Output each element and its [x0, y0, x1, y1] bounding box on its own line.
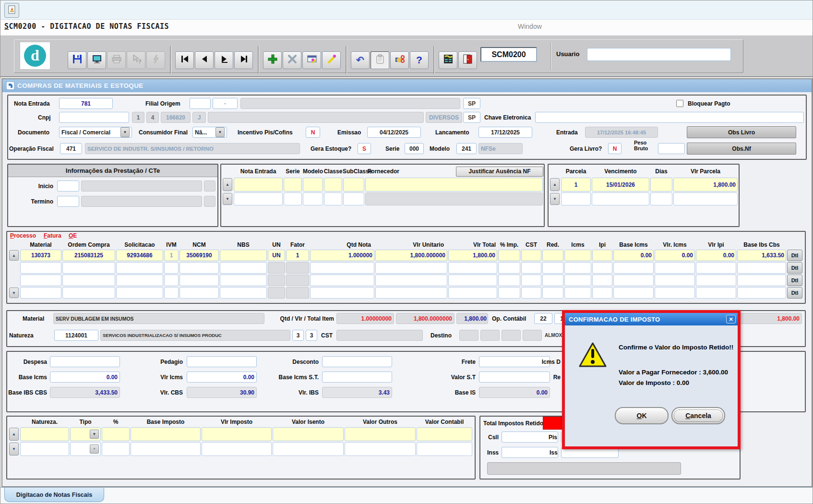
fator-cell[interactable]: 1: [286, 250, 309, 261]
base-ibs-cbs-cell[interactable]: [737, 275, 786, 286]
vlr-ipi-cell[interactable]: [696, 275, 736, 286]
solicitacao-cell[interactable]: [116, 275, 163, 286]
peso-bruto-field[interactable]: [658, 143, 685, 154]
help-cursor-button[interactable]: ?: [127, 51, 145, 69]
base-imposto-cell[interactable]: [131, 427, 201, 441]
nf-scroll-up[interactable]: ▲: [223, 178, 232, 191]
keys-button[interactable]: [390, 51, 409, 69]
grid-edit-button[interactable]: [302, 51, 321, 69]
vlr-ipi-cell[interactable]: 0.00: [696, 250, 736, 261]
nf-row-cell[interactable]: [284, 192, 302, 205]
dtl-button[interactable]: Dtl: [787, 287, 802, 299]
perc-imp-cell[interactable]: [498, 250, 520, 261]
nbs-cell[interactable]: [220, 262, 267, 274]
vlr-total-cell[interactable]: 1,800.00: [448, 250, 497, 261]
ordem-compra-cell[interactable]: [62, 262, 115, 274]
nf-row-cell[interactable]: [303, 192, 323, 205]
qtd-nota-cell[interactable]: [310, 287, 374, 299]
valor-st-field[interactable]: [479, 372, 550, 383]
base-icms-cell[interactable]: [613, 275, 654, 286]
qtd-nota-cell[interactable]: [310, 275, 374, 286]
nbs-cell[interactable]: [220, 250, 267, 261]
pct-cell[interactable]: [102, 427, 130, 441]
solicitacao-cell[interactable]: 92934686: [116, 250, 163, 261]
nota-entrada-field[interactable]: 781: [59, 98, 113, 109]
solicitacao-cell[interactable]: [116, 287, 163, 299]
nf-row-cell[interactable]: [324, 178, 342, 192]
base-ibs-cbs-cell[interactable]: 1,633.50: [737, 250, 786, 261]
tab-oe[interactable]: OE: [69, 232, 77, 239]
valor-contabil-cell[interactable]: [417, 442, 472, 456]
desconto-field[interactable]: [322, 356, 392, 367]
chevron-down-icon[interactable]: ▼: [90, 444, 99, 454]
grid-scroll-up[interactable]: ▲: [9, 250, 19, 261]
menu-button[interactable]: [439, 51, 457, 69]
icms-cell[interactable]: [564, 250, 591, 261]
cst-cell[interactable]: [521, 262, 541, 274]
tipo-cell[interactable]: ▼: [70, 442, 101, 456]
base-icms-st-field[interactable]: [322, 372, 392, 383]
ordem-compra-cell[interactable]: [62, 287, 115, 299]
lightning-button[interactable]: [146, 51, 165, 69]
natureza-cell[interactable]: [20, 427, 69, 441]
op-contabil-1-field[interactable]: 22: [534, 313, 552, 324]
filial-origem-field1[interactable]: [190, 98, 211, 109]
ordem-compra-cell[interactable]: [62, 275, 115, 286]
chevron-down-icon[interactable]: ▼: [90, 430, 99, 439]
perc-imp-cell[interactable]: [498, 262, 520, 274]
tipo-cell[interactable]: ▼: [70, 427, 101, 441]
dtl-button[interactable]: Dtl: [787, 262, 802, 274]
nf-row-cell[interactable]: [343, 178, 364, 192]
dtl-button[interactable]: Dtl: [787, 250, 802, 261]
pedagio-field[interactable]: [187, 356, 257, 367]
nf-row-cell[interactable]: [284, 178, 302, 192]
emissao-field[interactable]: 04/12/2025: [367, 127, 421, 138]
obs-nf-button[interactable]: Obs.Nf: [687, 143, 796, 155]
screen-button[interactable]: [87, 51, 106, 69]
ipi-cell[interactable]: [592, 262, 612, 274]
material-cell[interactable]: 130373: [20, 250, 61, 261]
cst-cell[interactable]: [521, 275, 541, 286]
qtd-nota-cell[interactable]: [310, 262, 374, 274]
vlr-icms-cell[interactable]: [655, 262, 695, 274]
lancamento-field[interactable]: 17/12/2025: [478, 127, 532, 138]
valor-contabil-cell[interactable]: [417, 427, 472, 441]
valor-isento-cell[interactable]: [273, 427, 344, 441]
nbs-cell[interactable]: [220, 287, 267, 299]
ivm-cell[interactable]: [164, 262, 179, 274]
icms-cell[interactable]: [564, 275, 591, 286]
add-record-button[interactable]: [263, 51, 282, 69]
nf-scroll-down[interactable]: ▼: [223, 193, 232, 205]
cst-cell[interactable]: [521, 287, 541, 299]
consumidor-final-dropdown[interactable]: Nã... ▼: [192, 127, 227, 138]
red-cell[interactable]: [542, 287, 563, 299]
nbs-cell[interactable]: [220, 275, 267, 286]
ordem-compra-cell[interactable]: 215083125: [62, 250, 115, 261]
material-cell[interactable]: [20, 287, 61, 299]
chevron-down-icon[interactable]: ▼: [215, 127, 225, 137]
nf-row-cell[interactable]: [303, 178, 323, 192]
usuario-input[interactable]: [587, 48, 731, 61]
inicio-field[interactable]: [57, 180, 79, 192]
un-cell[interactable]: UN: [268, 250, 285, 261]
menu-item-window[interactable]: Window: [518, 23, 542, 30]
nav-next-button[interactable]: [215, 51, 233, 69]
vlr-unitario-cell[interactable]: [375, 262, 447, 274]
operacao-fiscal-field[interactable]: 471: [60, 143, 82, 154]
parcela-cell[interactable]: [561, 192, 591, 205]
wand-button[interactable]: [322, 51, 341, 69]
parcelas-scroll-down[interactable]: ▼: [550, 193, 560, 205]
base-icms-field[interactable]: 0.00: [50, 372, 120, 383]
parcelas-scroll-up[interactable]: ▲: [550, 178, 560, 191]
gera-estoque-field[interactable]: S: [358, 143, 371, 154]
nav-prev-button[interactable]: [195, 51, 214, 69]
nf-row-cell[interactable]: [324, 192, 342, 205]
vlr-icms-cell[interactable]: [655, 275, 695, 286]
ipi-cell[interactable]: [592, 287, 612, 299]
grid-scroll-down[interactable]: ▼: [9, 288, 19, 298]
nf-row-cell[interactable]: [343, 192, 364, 205]
nav-first-button[interactable]: [175, 51, 194, 69]
base-icms-cell[interactable]: [613, 262, 654, 274]
uf2-field[interactable]: SP: [463, 112, 480, 123]
nf-row-cell[interactable]: [234, 192, 283, 205]
